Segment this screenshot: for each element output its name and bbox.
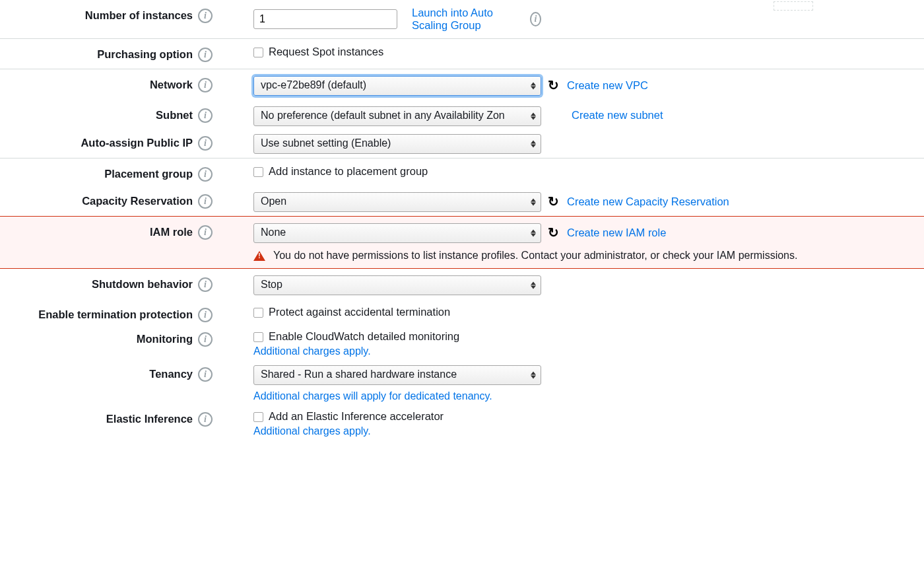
network-select[interactable]: vpc-e72be89f (default)	[253, 76, 541, 96]
request-spot-instances-label: Request Spot instances	[269, 46, 383, 58]
row-network: Network i vpc-e72be89f (default) ↻ Creat…	[0, 69, 924, 102]
elastic-inference-checkbox[interactable]	[253, 412, 263, 422]
label-purchasing-option: Purchasing option	[0, 46, 198, 61]
row-tenancy: Tenancy i Shared - Run a shared hardware…	[0, 361, 924, 406]
tenancy-select[interactable]: Shared - Run a shared hardware instance	[253, 365, 541, 385]
label-shutdown-behavior: Shutdown behavior	[0, 275, 198, 291]
placement-group-checkbox[interactable]	[253, 167, 263, 177]
create-new-vpc-link[interactable]: Create new VPC	[567, 79, 648, 92]
row-iam-role: IAM role i None ↻ Create new IAM role	[0, 217, 924, 246]
label-tenancy: Tenancy	[0, 365, 198, 380]
shutdown-behavior-select[interactable]: Stop	[253, 275, 541, 295]
thumbnail-placeholder	[774, 1, 813, 11]
row-subnet: Subnet i No preference (default subnet i…	[0, 102, 924, 130]
label-network: Network	[0, 76, 198, 91]
label-auto-assign-public-ip: Auto-assign Public IP	[0, 134, 198, 149]
info-icon[interactable]: i	[198, 136, 213, 151]
subnet-select[interactable]: No preference (default subnet in any Ava…	[253, 106, 541, 126]
row-purchasing-option: Purchasing option i Request Spot instanc…	[0, 39, 924, 69]
info-icon[interactable]: i	[198, 332, 213, 347]
info-icon[interactable]: i	[198, 167, 213, 182]
create-new-subnet-link[interactable]: Create new subnet	[572, 109, 663, 122]
placement-group-checkbox-label: Add instance to placement group	[269, 165, 428, 178]
info-icon[interactable]: i	[198, 9, 213, 23]
row-placement-group: Placement group i Add instance to placem…	[0, 159, 924, 188]
row-elastic-inference: Elastic Inference i Add an Elastic Infer…	[0, 406, 924, 441]
info-icon[interactable]: i	[198, 277, 213, 292]
label-monitoring: Monitoring	[0, 330, 198, 345]
number-of-instances-input[interactable]	[253, 9, 397, 29]
iam-role-error: You do not have permissions to list inst…	[0, 246, 924, 268]
label-number-of-instances: Number of instances	[0, 7, 198, 22]
capacity-reservation-select[interactable]: Open	[253, 192, 541, 212]
refresh-icon[interactable]: ↻	[548, 195, 559, 208]
termination-protection-checkbox-label: Protect against accidental termination	[269, 306, 450, 318]
info-icon[interactable]: i	[198, 194, 213, 209]
refresh-icon[interactable]: ↻	[548, 226, 559, 239]
label-termination-protection: Enable termination protection	[0, 306, 198, 321]
info-icon[interactable]: i	[198, 225, 213, 240]
termination-protection-checkbox[interactable]	[253, 308, 263, 318]
create-new-capacity-reservation-link[interactable]: Create new Capacity Reservation	[567, 195, 729, 208]
request-spot-instances-checkbox[interactable]	[253, 48, 263, 57]
info-icon[interactable]: i	[198, 412, 213, 427]
elastic-inference-charges-link[interactable]: Additional charges apply.	[253, 425, 541, 437]
row-termination-protection: Enable termination protection i Protect …	[0, 302, 924, 326]
row-auto-assign-public-ip: Auto-assign Public IP i Use subnet setti…	[0, 130, 924, 158]
auto-assign-public-ip-select[interactable]: Use subnet setting (Enable)	[253, 134, 541, 154]
info-icon[interactable]: i	[198, 367, 213, 382]
warning-icon	[253, 251, 265, 261]
create-new-iam-role-link[interactable]: Create new IAM role	[567, 227, 666, 239]
launch-auto-scaling-link[interactable]: Launch into Auto Scaling Group	[412, 7, 525, 32]
iam-role-select[interactable]: None	[253, 223, 541, 243]
iam-role-error-message: You do not have permissions to list inst…	[273, 250, 797, 262]
refresh-icon[interactable]: ↻	[548, 79, 559, 92]
row-monitoring: Monitoring i Enable CloudWatch detailed …	[0, 326, 924, 361]
label-elastic-inference: Elastic Inference	[0, 410, 198, 425]
label-placement-group: Placement group	[0, 165, 198, 180]
row-shutdown-behavior: Shutdown behavior i Stop	[0, 269, 924, 302]
monitoring-checkbox-label: Enable CloudWatch detailed monitoring	[269, 330, 459, 343]
info-icon[interactable]: i	[198, 48, 213, 62]
row-capacity-reservation: Capacity Reservation i Open ↻ Create new…	[0, 188, 924, 216]
label-subnet: Subnet	[0, 106, 198, 122]
label-capacity-reservation: Capacity Reservation	[0, 192, 198, 207]
info-icon[interactable]: i	[198, 108, 213, 123]
info-icon[interactable]: i	[530, 12, 541, 26]
info-icon[interactable]: i	[198, 308, 213, 322]
label-iam-role: IAM role	[0, 223, 198, 238]
monitoring-checkbox[interactable]	[253, 332, 263, 342]
monitoring-charges-link[interactable]: Additional charges apply.	[253, 345, 541, 357]
elastic-inference-checkbox-label: Add an Elastic Inference accelerator	[269, 410, 444, 423]
info-icon[interactable]: i	[198, 78, 213, 92]
tenancy-charges-link[interactable]: Additional charges will apply for dedica…	[253, 390, 541, 402]
